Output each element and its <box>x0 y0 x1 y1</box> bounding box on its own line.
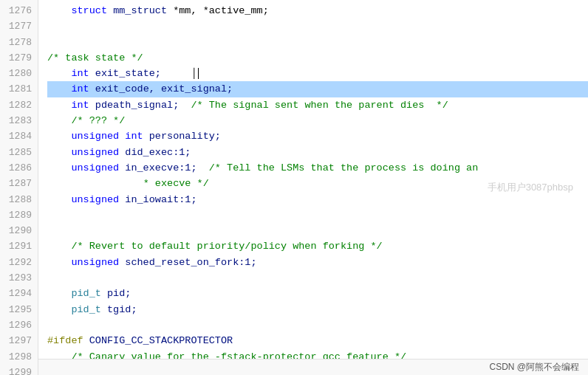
code-line: struct mm_struct *mm, *active_mm; <box>47 3 588 18</box>
code-line: unsigned sched_reset_on_fork:1; <box>47 255 588 270</box>
code-line <box>47 18 588 34</box>
token: personality; <box>143 128 221 144</box>
line-numbers: 1276127712781279128012811282128312841285… <box>0 0 38 375</box>
token: pid_t <box>71 286 101 301</box>
code-line: pid_t tgid; <box>47 302 588 317</box>
token: pdeath_signal; <box>89 97 191 113</box>
line-number: 1293 <box>4 270 32 286</box>
token: *mm, *active_mm; <box>167 3 269 18</box>
token <box>47 286 71 301</box>
token <box>47 145 71 160</box>
line-number: 1278 <box>4 35 32 50</box>
code-area[interactable]: 手机用户3087phbsp struct mm_struct *mm, *act… <box>38 0 588 375</box>
token <box>47 176 137 191</box>
token: /* The signal sent when the parent dies … <box>191 97 448 113</box>
token <box>47 97 71 113</box>
text-cursor <box>198 68 199 79</box>
code-line: /* ??? */ <box>47 113 588 128</box>
token <box>47 3 71 18</box>
code-line: /* task state */ <box>47 50 588 66</box>
token: did_exec:1; <box>119 145 191 160</box>
line-number: 1297 <box>4 333 32 348</box>
line-number: 1290 <box>4 223 32 238</box>
token: /* Revert to default priority/policy whe… <box>71 238 382 254</box>
code-line: pid_t pid; <box>47 286 588 301</box>
token: struct <box>71 3 107 18</box>
token: in_execve:1; <box>119 160 209 176</box>
token <box>47 302 71 317</box>
code-line: int pdeath_signal; /* The signal sent wh… <box>47 97 588 113</box>
code-line: unsigned int personality; <box>47 128 588 144</box>
line-number: 1281 <box>4 81 32 97</box>
token: mm_struct <box>113 3 167 18</box>
line-number: 1284 <box>4 128 32 144</box>
token <box>47 255 71 270</box>
token: pid; <box>101 286 131 301</box>
token <box>47 160 71 176</box>
token <box>119 128 125 144</box>
line-number: 1296 <box>4 317 32 333</box>
code-line <box>47 207 588 223</box>
line-number: 1289 <box>4 207 32 223</box>
code-line: unsigned in_iowait:1; <box>47 192 588 207</box>
line-number: 1276 <box>4 3 32 18</box>
line-number: 1279 <box>4 50 32 66</box>
line-number: 1298 <box>4 349 32 365</box>
line-number: 1283 <box>4 113 32 128</box>
code-line <box>47 35 588 50</box>
token <box>107 3 113 18</box>
code-line: int exit_state; │ <box>47 66 588 81</box>
token: pid_t <box>71 302 101 317</box>
code-line <box>47 223 588 238</box>
code-line: * execve */ <box>47 176 588 191</box>
line-number: 1282 <box>4 97 32 113</box>
token: unsigned <box>71 255 119 270</box>
code-line <box>47 270 588 286</box>
line-number: 1294 <box>4 286 32 301</box>
line-number: 1292 <box>4 255 32 270</box>
line-number: 1288 <box>4 192 32 207</box>
token: /* task state */ <box>47 50 143 66</box>
token <box>47 81 71 97</box>
code-line <box>47 317 588 333</box>
token <box>47 113 71 128</box>
token: unsigned <box>71 192 119 207</box>
token: int <box>71 66 89 81</box>
token <box>47 238 71 254</box>
token: /* ??? */ <box>71 113 125 128</box>
token: int <box>125 128 143 144</box>
token: exit_code, exit_signal; <box>89 81 233 97</box>
code-line: #ifdef CONFIG_CC_STACKPROTECTOR <box>47 333 588 348</box>
code-line: unsigned in_execve:1; /* Tell the LSMs t… <box>47 160 588 176</box>
line-number: 1291 <box>4 238 32 254</box>
token: * execve */ <box>137 176 209 191</box>
code-line: /* Revert to default priority/policy whe… <box>47 238 588 254</box>
token: int <box>71 97 89 113</box>
token: │ <box>167 66 197 81</box>
line-number: 1286 <box>4 160 32 176</box>
code-line: unsigned did_exec:1; <box>47 145 588 160</box>
line-number: 1287 <box>4 176 32 191</box>
token <box>47 66 71 81</box>
token: CONFIG_CC_STACKPROTECTOR <box>83 333 233 348</box>
token: unsigned <box>71 128 119 144</box>
line-number: 1285 <box>4 145 32 160</box>
line-number: 1295 <box>4 302 32 317</box>
code-line: int exit_code, exit_signal; <box>47 81 588 97</box>
token: int <box>71 81 89 97</box>
token: #ifdef <box>47 333 83 348</box>
line-number: 1280 <box>4 66 32 81</box>
token <box>161 66 167 81</box>
token: unsigned <box>71 160 119 176</box>
token: exit_state; <box>89 66 161 81</box>
code-editor: 1276127712781279128012811282128312841285… <box>0 0 588 375</box>
token: unsigned <box>71 145 119 160</box>
footer-bar: CSDN @阿熊不会编程 <box>38 359 588 375</box>
token: tgid; <box>101 302 137 317</box>
line-number: 1277 <box>4 18 32 34</box>
token: sched_reset_on_fork:1; <box>119 255 256 270</box>
token <box>47 128 71 144</box>
line-number: 1299 <box>4 365 32 375</box>
token: /* Tell the LSMs that the process is doi… <box>209 160 479 176</box>
token: in_iowait:1; <box>119 192 196 207</box>
